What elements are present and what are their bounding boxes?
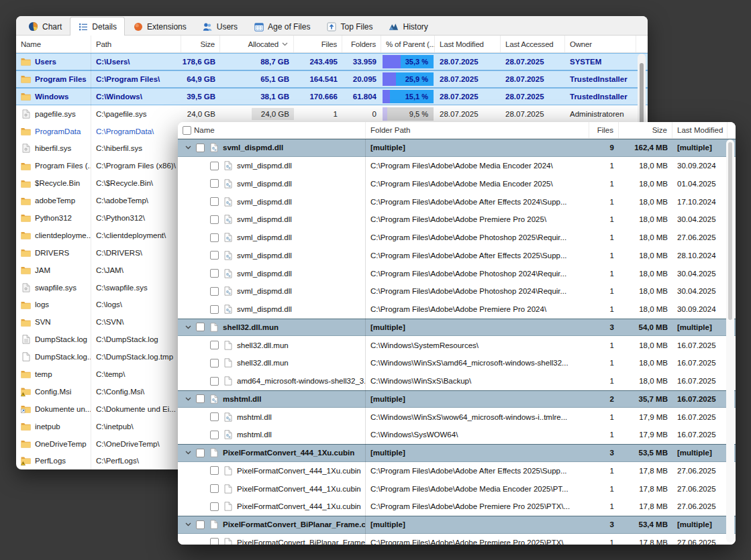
duplicates-vertical-scrollbar[interactable]	[726, 139, 734, 543]
column-header-modified[interactable]: Last Modified	[435, 36, 501, 52]
tab-users[interactable]: Users	[195, 17, 246, 35]
duplicate-file-row[interactable]: svml_dispmd.dllC:\Program Files\Adobe\Ad…	[178, 157, 736, 175]
duplicate-group-row[interactable]: PixelFormatConvert_444_1Xu.cubin[multipl…	[178, 444, 736, 462]
cell-files: 9	[589, 139, 619, 157]
duplicate-group-row[interactable]: svml_dispmd.dll[multiple]9162,4 MB[multi…	[178, 139, 736, 157]
tab-details[interactable]: Details	[70, 17, 125, 36]
column-header-accessed[interactable]: Last Accessed	[501, 36, 565, 52]
duplicate-file-row[interactable]: PixelFormatConvert_444_1Xu.cubinC:\Progr…	[178, 480, 736, 498]
duplicate-file-row[interactable]: svml_dispmd.dllC:\Program Files\Adobe\Ad…	[178, 192, 736, 211]
details-row[interactable]: UsersC:\Users\178,6 GB88,7 GB243.49533.9…	[16, 53, 648, 70]
duplicate-group-row[interactable]: shell32.dll.mun[multiple]354,0 MB[multip…	[178, 319, 736, 337]
file-name: PixelFormatConvert_444_1Xu.cubin	[223, 449, 354, 457]
row-checkbox[interactable]	[210, 341, 219, 349]
select-all-checkbox[interactable]	[183, 126, 191, 135]
row-checkbox[interactable]	[196, 394, 205, 403]
scrollbar-thumb[interactable]	[728, 142, 732, 320]
duplicate-file-row[interactable]: amd64_microsoft-windows-shell32_3...C:\W…	[178, 372, 736, 390]
percent-of-parent-bar: 15,1 %	[383, 90, 434, 103]
duplicate-file-row[interactable]: svml_dispmd.dllC:\Program Files\Adobe\Ad…	[178, 264, 736, 282]
column-header-last_modified[interactable]: Last Modified	[672, 122, 728, 138]
duplicate-file-row[interactable]: svml_dispmd.dllC:\Program Files\Adobe\Ad…	[178, 229, 736, 247]
row-checkbox[interactable]	[210, 484, 219, 493]
duplicate-file-row[interactable]: svml_dispmd.dllC:\Program Files\Adobe\Ad…	[178, 211, 736, 229]
row-checkbox[interactable]	[196, 520, 205, 529]
column-header-size[interactable]: Size	[619, 122, 672, 138]
column-header-folder_path[interactable]: Folder Path	[366, 122, 589, 138]
row-checkbox[interactable]	[196, 449, 205, 457]
file-icon	[209, 520, 219, 530]
duplicate-file-row[interactable]: PixelFormatConvert_BiPlanar_Frame.c...C:…	[178, 534, 736, 545]
cell-folder_path: C:\Program Files\Adobe\Adobe Media Encod…	[366, 175, 589, 193]
column-header-name[interactable]: Name	[16, 36, 91, 52]
row-checkbox[interactable]	[210, 502, 219, 511]
column-header-percent[interactable]: % of Parent (...	[381, 36, 435, 52]
column-header-name[interactable]: Name	[178, 122, 366, 138]
column-header-size[interactable]: Size	[181, 36, 220, 52]
expander-chevron-down-icon[interactable]	[185, 146, 192, 150]
details-row[interactable]: pagefile.sysC:\pagefile.sys24,0 GB24,0 G…	[16, 105, 648, 123]
files-value: 243.495	[309, 58, 338, 66]
duplicate-group-row[interactable]: PixelFormatConvert_BiPlanar_Frame.c...[m…	[178, 516, 736, 534]
duplicate-file-row[interactable]: shell32.dll.munC:\Windows\SystemResource…	[178, 336, 736, 354]
allocated-shade: 24,0 GB	[252, 108, 294, 120]
cell-path: C:\ProgramData\	[91, 123, 181, 140]
column-header-owner[interactable]: Owner	[565, 36, 636, 52]
row-checkbox[interactable]	[210, 412, 219, 421]
cell-files: 3	[589, 444, 619, 462]
column-header-path[interactable]: Path	[91, 36, 181, 52]
duplicate-file-row[interactable]: PixelFormatConvert_444_1Xu.cubinC:\Progr…	[178, 498, 736, 516]
cell-name: svml_dispmd.dll	[178, 192, 366, 211]
row-checkbox[interactable]	[210, 233, 219, 242]
tab-top-files[interactable]: Top Files	[318, 17, 381, 35]
row-checkbox[interactable]	[196, 323, 205, 331]
expander-chevron-down-icon[interactable]	[185, 451, 192, 455]
details-row[interactable]: Program FilesC:\Program Files\64,9 GB65,…	[16, 70, 648, 88]
file-dll-icon	[223, 412, 233, 422]
files-value: 170.666	[309, 93, 338, 101]
row-checkbox[interactable]	[210, 287, 219, 296]
folder_path-value: C:\Windows\WinSxS\amd64_microsoft-window…	[370, 359, 568, 367]
duplicate-file-row[interactable]: mshtml.dllC:\Windows\SysWOW64\117,9 MB16…	[178, 426, 736, 444]
column-header-files[interactable]: Files	[294, 36, 342, 52]
tab-chart[interactable]: Chart	[20, 17, 70, 35]
row-checkbox[interactable]	[210, 269, 219, 278]
column-header-files[interactable]: Files	[589, 122, 619, 138]
duplicate-file-row[interactable]: svml_dispmd.dllC:\Program Files\Adobe\Ad…	[178, 300, 736, 319]
cell-files: 170.666	[294, 88, 342, 105]
cell-path: C:\OneDriveTemp\	[91, 435, 181, 453]
duplicate-file-row[interactable]: svml_dispmd.dllC:\Program Files\Adobe\Ad…	[178, 282, 736, 300]
duplicate-group-row[interactable]: mshtml.dll[multiple]235,7 MB16.07.2025	[178, 390, 736, 408]
row-checkbox[interactable]	[210, 162, 219, 170]
cell-name: Python312	[16, 209, 91, 227]
column-header-allocated[interactable]: Allocated	[220, 36, 294, 52]
row-checkbox[interactable]	[210, 466, 219, 475]
tab-extensions[interactable]: Extensions	[125, 17, 195, 35]
tab-age-of-files[interactable]: Age of Files	[246, 17, 318, 35]
duplicate-file-row[interactable]: svml_dispmd.dllC:\Program Files\Adobe\Ad…	[178, 247, 736, 265]
expander-chevron-down-icon[interactable]	[185, 522, 192, 526]
duplicate-file-row[interactable]: shell32.dll.munC:\Windows\WinSxS\amd64_m…	[178, 354, 736, 372]
row-checkbox[interactable]	[210, 431, 219, 439]
row-checkbox[interactable]	[210, 215, 219, 224]
row-checkbox[interactable]	[210, 538, 219, 545]
duplicate-file-row[interactable]: PixelFormatConvert_444_1Xu.cubinC:\Progr…	[178, 462, 736, 480]
row-checkbox[interactable]	[210, 305, 219, 314]
row-checkbox[interactable]	[210, 359, 219, 368]
tab-history[interactable]: History	[381, 17, 436, 35]
item-name: Program Files (...	[35, 162, 91, 170]
duplicate-file-row[interactable]: mshtml.dllC:\Windows\WinSxS\wow64_micros…	[178, 408, 736, 426]
row-checkbox[interactable]	[210, 179, 219, 188]
row-checkbox[interactable]	[210, 251, 219, 260]
duplicate-file-row[interactable]: svml_dispmd.dllC:\Program Files\Adobe\Ad…	[178, 175, 736, 193]
details-row[interactable]: WindowsC:\Windows\39,5 GB38,1 GB170.6666…	[16, 88, 648, 105]
column-header-folders[interactable]: Folders	[342, 36, 381, 52]
files-value: 1	[610, 162, 614, 170]
expander-chevron-down-icon[interactable]	[185, 325, 192, 329]
row-checkbox[interactable]	[196, 144, 205, 152]
size-value: 54,0 MB	[639, 323, 668, 331]
row-checkbox[interactable]	[210, 197, 219, 206]
row-checkbox[interactable]	[210, 377, 219, 386]
expander-chevron-down-icon[interactable]	[185, 397, 192, 401]
owner-value: SYSTEM	[570, 58, 601, 66]
